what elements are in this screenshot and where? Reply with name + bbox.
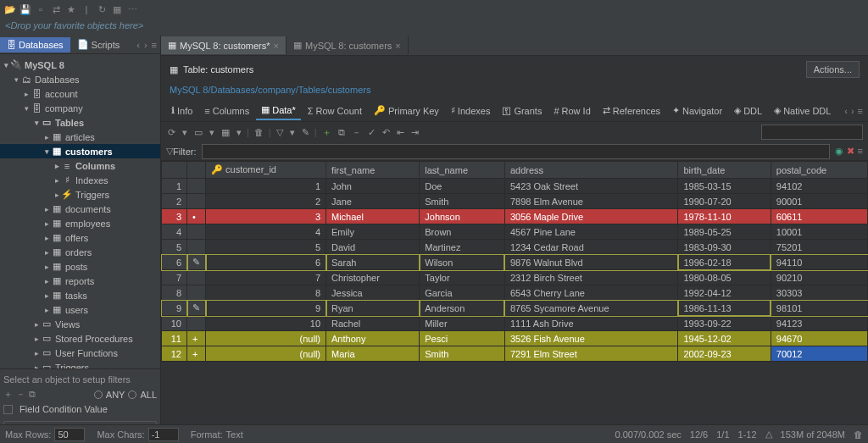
rownum[interactable]: 10 [162,316,187,331]
col-first-name[interactable]: first_name [326,162,420,179]
cell[interactable]: (null) [206,331,326,346]
remove-icon[interactable]: － [16,388,25,401]
rownum[interactable]: 9 [162,301,187,316]
more-icon[interactable]: ⋯ [125,3,139,16]
tree-db-company[interactable]: ▾🗄company [0,101,160,115]
maxchars-input[interactable] [148,428,179,441]
db-icon[interactable]: ▫ [34,3,47,16]
commit-icon[interactable]: ✓ [366,125,377,140]
tree-table-customers[interactable]: ▾▦customers [0,144,160,158]
table-row[interactable]: 88JessicaGarcia6543 Cherry Lane1992-04-1… [162,285,868,301]
radio-all[interactable] [128,390,136,399]
cell[interactable]: 94123 [771,316,867,331]
cell[interactable]: 98101 [771,301,867,316]
cell[interactable]: Michael [326,209,420,224]
save-icon[interactable]: 💾 [19,3,32,16]
tree-indexes[interactable]: ▸♯Indexes [0,173,160,187]
data-grid[interactable]: 🔑 customer_id first_name last_name addre… [161,161,868,443]
copy-icon[interactable]: ⧉ [29,389,36,400]
apply-icon[interactable]: ◉ [835,146,843,157]
export-icon[interactable]: ▭ [192,125,204,140]
tab-scripts[interactable]: 📄Scripts [70,36,127,53]
edit-icon[interactable]: ✎ [300,125,311,140]
tree-table-users[interactable]: ▸▦users [0,302,160,317]
dropdown-icon[interactable]: ▾ [288,125,297,140]
filter-icon[interactable]: ▽ [166,146,173,157]
cell[interactable]: 1945-12-02 [678,331,771,346]
subtab-nddl[interactable]: ◈Native DDL [769,102,836,119]
subtab-pk[interactable]: 🔑Primary Key [369,102,444,119]
table-row[interactable]: 1010RachelMiller1111 Ash Drive1993-09-22… [162,316,868,331]
rownum[interactable]: 8 [162,285,187,301]
next-icon[interactable]: › [142,40,149,50]
cell[interactable]: 7 [206,270,326,285]
tree-views[interactable]: ▸▭Views [0,317,160,331]
grid-icon[interactable]: ▦ [110,3,124,16]
tree-table-reports[interactable]: ▸▦reports [0,274,160,288]
menu-icon[interactable]: ≡ [150,40,159,50]
delete-icon[interactable]: 🗑 [253,125,265,139]
cell[interactable]: 6 [206,255,326,270]
tree-table-posts[interactable]: ▸▦posts [0,259,160,274]
cell[interactable]: 90001 [771,194,867,209]
tree-connection[interactable]: ▾🔌MySQL 8 [0,58,160,72]
cell[interactable]: 1992-04-12 [678,285,771,301]
cell[interactable]: 70012 [771,346,867,362]
breadcrumb[interactable]: MySQL 8/Databases/company/Tables/custome… [161,83,868,100]
filter-input[interactable] [202,144,830,159]
tree-table-documents[interactable]: ▸▦documents [0,202,160,216]
tree-table-tasks[interactable]: ▸▦tasks [0,288,160,302]
table-row[interactable]: 11JohnDoe5423 Oak Street1985-03-1594102 [162,179,868,194]
dropdown-icon[interactable]: ▾ [181,125,189,140]
cell[interactable]: 1989-05-25 [678,224,771,240]
table-row[interactable]: 3•3MichaelJohnson3056 Maple Drive1978-11… [162,209,868,224]
tree-table-articles[interactable]: ▸▦articles [0,130,160,144]
cell[interactable]: Jane [326,194,420,209]
table-row[interactable]: 22JaneSmith7898 Elm Avenue1990-07-209000… [162,194,868,209]
cell[interactable]: 3056 Maple Drive [504,209,678,224]
cell[interactable]: 4567 Pine Lane [504,224,678,240]
first-icon[interactable]: ⇤ [395,125,406,140]
cell[interactable]: Jessica [326,285,420,301]
col-last-name[interactable]: last_name [420,162,505,179]
cell[interactable]: 10001 [771,224,867,240]
prev-icon[interactable]: ‹ [844,106,848,116]
tab-databases[interactable]: 🗄Databases [0,37,70,53]
editor-tab-1[interactable]: ▦MySQL 8: customers*× [161,36,287,54]
cell[interactable]: 10 [206,316,326,331]
cell[interactable]: 8765 Sycamore Avenue [504,301,678,316]
last-icon[interactable]: ⇥ [409,125,420,140]
cell[interactable]: 9876 Walnut Blvd [504,255,678,270]
cell[interactable]: 1983-09-30 [678,240,771,255]
cell[interactable]: Johnson [420,209,505,224]
cell[interactable]: John [326,179,420,194]
grid-icon[interactable]: ▦ [220,125,231,140]
tree-triggers[interactable]: ▸⚡Triggers [0,187,160,202]
cell[interactable]: 1993-09-22 [678,316,771,331]
cell[interactable]: 5 [206,240,326,255]
cell[interactable]: Garcia [420,285,505,301]
cell[interactable]: Sarah [326,255,420,270]
cell[interactable]: 94102 [771,179,867,194]
cell[interactable]: Smith [420,346,505,362]
rownum[interactable]: 12 [162,346,187,362]
cell[interactable]: Taylor [420,270,505,285]
warn-icon[interactable]: △ [765,429,772,440]
maxrows-input[interactable] [54,428,85,441]
cell[interactable]: Miller [420,316,505,331]
cell[interactable]: Maria [326,346,420,362]
cell[interactable]: Ryan [326,301,420,316]
table-row[interactable]: 9✎9RyanAnderson8765 Sycamore Avenue1986-… [162,301,868,316]
cell[interactable]: 2 [206,194,326,209]
cell[interactable]: Rachel [326,316,420,331]
subtab-rowcount[interactable]: ΣRow Count [303,102,367,119]
close-icon[interactable]: × [395,41,400,51]
rownum[interactable]: 6 [162,255,187,270]
cell[interactable]: 4 [206,224,326,240]
format-value[interactable]: Text [226,429,243,440]
cell[interactable]: 5423 Oak Street [504,179,678,194]
rownum[interactable]: 11 [162,331,187,346]
refresh-icon[interactable]: ↻ [95,3,108,16]
table-row[interactable]: 6✎6SarahWilson9876 Walnut Blvd1996-02-18… [162,255,868,270]
tree-user-fns[interactable]: ▸▭User Functions [0,346,160,360]
